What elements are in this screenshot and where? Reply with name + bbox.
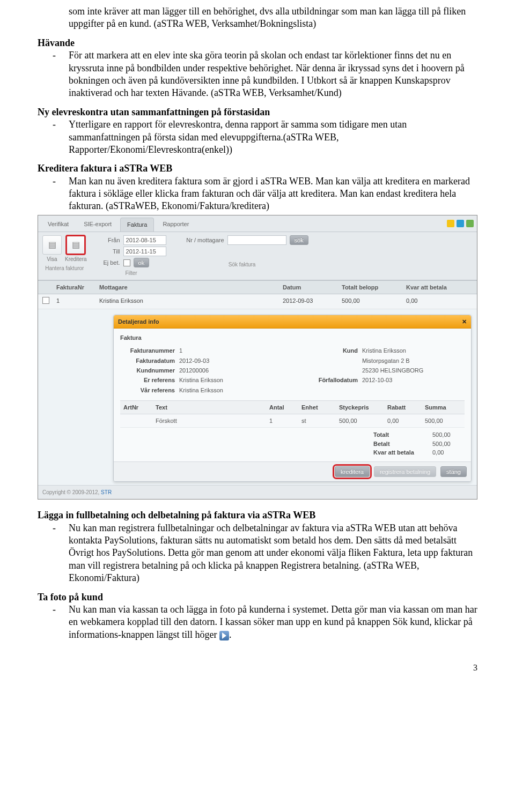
ok-button[interactable]: ok <box>134 258 150 267</box>
lbl-kundnummer: Kundnummer <box>120 367 179 374</box>
sok-button[interactable]: sök <box>290 235 308 245</box>
list-item: Man kan nu även kreditera faktura som är… <box>69 175 477 213</box>
list-item: För att markera att en elev inte ska gör… <box>69 49 477 100</box>
info-right: KundKristina Eriksson Mistorpsgatan 2 B … <box>303 346 465 394</box>
detail-footer: kreditera registrera betalning stäng <box>114 461 471 481</box>
till-input[interactable] <box>123 247 166 256</box>
info-left: Fakturanummer1 Fakturadatum2012-09-03 Ku… <box>120 346 282 394</box>
group-label-sok: Sök faktura <box>229 261 256 268</box>
tab-bar: Verifikat SIE-export Faktura Rapporter <box>38 215 477 232</box>
col-kvar[interactable]: Kvar att betala <box>402 281 477 294</box>
lbl-forfallodatum: Förfallodatum <box>303 376 362 384</box>
group-label-filter: Filter <box>125 270 137 277</box>
val-erreferens: Kristina Eriksson <box>179 376 223 384</box>
cell-antal: 1 <box>266 414 298 427</box>
lbl-kund: Kund <box>303 347 362 354</box>
cell-enhet: st <box>298 414 336 427</box>
heading-elevreskontra: Ny elevreskontra utan sammanfattningen p… <box>38 106 477 118</box>
foto-tail: . <box>229 629 232 640</box>
lbl-erreferens: Er referens <box>120 376 179 384</box>
cell-styckepris: 500,00 <box>336 414 384 427</box>
visa-icon[interactable]: ▤ <box>42 235 62 255</box>
list-item: Nu kan man registrera fullbetalningar oc… <box>69 522 477 585</box>
kreditera-button[interactable]: kreditera <box>335 466 370 477</box>
val-betalt: 500,00 <box>432 440 465 448</box>
val-kvar: 0,00 <box>432 449 465 456</box>
toolbar-group-hantera: ▤ Visa ▤ Kreditera Hantera fakturor <box>42 235 87 272</box>
lbl-fakturadatum: Fakturadatum <box>120 357 179 364</box>
col-antal: Antal <box>266 401 298 414</box>
header-status-icons <box>447 220 474 229</box>
cell-summa: 500,00 <box>422 414 465 427</box>
col-mottagare[interactable]: Mottagare <box>95 281 278 294</box>
val-varreferens: Kristina Eriksson <box>179 386 223 394</box>
kreditera-icon[interactable]: ▤ <box>66 235 85 255</box>
val-kund: Kristina Eriksson <box>362 347 406 354</box>
cell-mottagare: Kristina Eriksson <box>95 294 278 308</box>
lbl-kvar: Kvar att betala <box>373 449 432 456</box>
tab-rapporter[interactable]: Rapporter <box>156 218 195 231</box>
table-header: FakturaNr Mottagare Datum Totalt belopp … <box>38 280 477 294</box>
info-play-icon <box>219 631 229 640</box>
tab-verifikat[interactable]: Verifikat <box>41 218 75 231</box>
warning-icon[interactable] <box>447 220 454 227</box>
toolbar-group-sok: Nr / mottagare sök Sök faktura <box>176 235 308 268</box>
val-fakturadatum: 2012-09-03 <box>179 357 209 364</box>
visa-label: Visa <box>47 256 57 263</box>
info-icon[interactable] <box>457 220 464 227</box>
tab-sie-export[interactable]: SIE-export <box>77 218 118 231</box>
heading-fullbetalning: Lägga in fullbetalning och delbetalning … <box>38 509 477 522</box>
table-row[interactable]: 1 Kristina Eriksson 2012-09-03 500,00 0,… <box>38 294 477 309</box>
col-datum[interactable]: Datum <box>278 281 337 294</box>
ejbet-label: Ej bet. <box>97 259 120 266</box>
nrmot-input[interactable] <box>227 235 286 245</box>
col-styckepris: Styckepris <box>336 401 384 414</box>
cell-kvar: 0,00 <box>402 294 477 308</box>
from-input[interactable] <box>123 235 166 245</box>
copyright-text: Copyright © 2009-2012, <box>42 489 101 495</box>
col-artnr: ArtNr <box>120 401 152 414</box>
col-totalt[interactable]: Totalt belopp <box>337 281 402 294</box>
val-addr1: Mistorpsgatan 2 B <box>362 357 410 364</box>
stang-button[interactable]: stäng <box>440 466 467 477</box>
detail-panel: Detaljerad info ✕ Faktura Fakturanummer1… <box>113 315 472 482</box>
tab-faktura[interactable]: Faktura <box>120 218 154 232</box>
group-label-hantera: Hantera fakturor <box>45 265 84 272</box>
toolbar: ▤ Visa ▤ Kreditera Hantera fakturor Från… <box>38 232 477 280</box>
close-icon[interactable]: ✕ <box>462 318 467 325</box>
copyright-link[interactable]: STR <box>101 489 112 495</box>
page-number: 3 <box>38 662 477 674</box>
cell-text: Förskott <box>152 414 266 427</box>
col-fakturanr[interactable]: FakturaNr <box>52 281 95 294</box>
val-addr2: 25230 HELSINGBORG <box>362 367 423 374</box>
col-rabatt: Rabatt <box>384 401 422 414</box>
detail-header: Detaljerad info ✕ <box>114 315 471 329</box>
heading-foto: Ta foto på kund <box>38 591 477 604</box>
orphan-paragraph: som inte kräver att man lägger till en b… <box>69 5 477 31</box>
val-kundnummer: 201200006 <box>179 367 209 374</box>
cell-nr: 1 <box>52 294 95 308</box>
list-item: Ytterligare en rapport för elevreskontra… <box>69 118 477 156</box>
list-item: Nu kan man via kassan ta och lägga in fo… <box>69 604 477 641</box>
val-forfallodatum: 2012-10-03 <box>362 376 392 384</box>
from-label: Från <box>97 236 120 244</box>
cell-datum: 2012-09-03 <box>278 294 337 308</box>
status-icon[interactable] <box>466 220 474 227</box>
heading-havande: Hävande <box>38 37 477 49</box>
copyright: Copyright © 2009-2012, STR <box>38 485 477 499</box>
detail-title: Detaljerad info <box>118 318 159 325</box>
nrmot-label: Nr / mottagare <box>176 236 224 244</box>
lbl-varreferens: Vår referens <box>120 386 179 394</box>
kreditera-label: Kreditera <box>65 256 87 263</box>
ejbet-checkbox[interactable] <box>123 259 130 266</box>
cell-rabatt: 0,00 <box>384 414 422 427</box>
till-label: Till <box>97 248 120 255</box>
row-checkbox[interactable] <box>42 297 49 304</box>
registrera-betalning-button[interactable]: registrera betalning <box>374 466 436 477</box>
lbl-fakturanummer: Fakturanummer <box>120 347 179 354</box>
foto-text: Nu kan man via kassan ta och lägga in fo… <box>69 604 477 640</box>
cell-totalt: 500,00 <box>337 294 402 308</box>
toolbar-group-filter: Från Till Ej bet. ok Filter <box>97 235 166 277</box>
col-summa: Summa <box>422 401 465 414</box>
lbl-totalt: Totalt <box>373 431 432 438</box>
